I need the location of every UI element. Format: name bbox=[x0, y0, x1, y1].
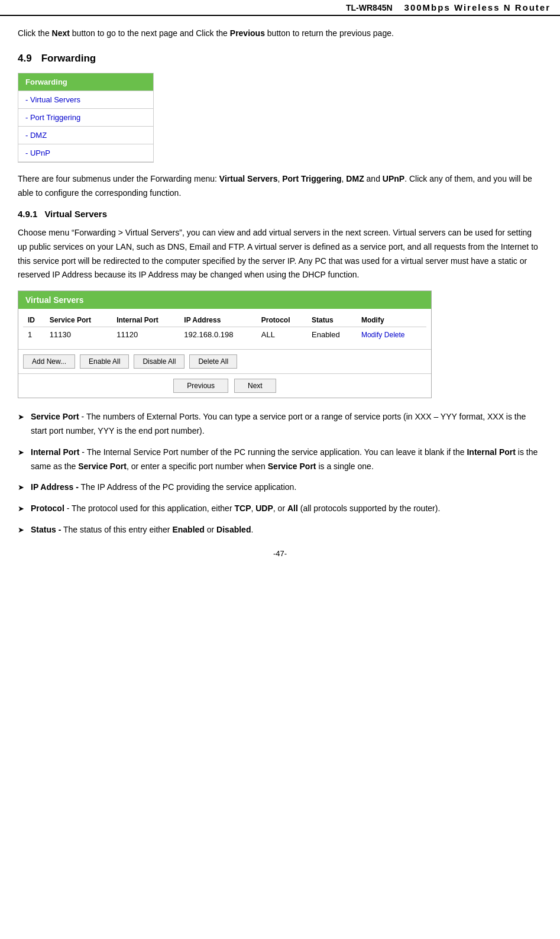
menu-item-dmz: - DMZ bbox=[18, 127, 153, 144]
virtual-servers-box: Virtual Servers ID Service Port Internal… bbox=[18, 291, 432, 398]
bullet-arrow-1: ➤ bbox=[18, 411, 31, 424]
section-49-heading: 4.9Forwarding bbox=[18, 53, 542, 64]
section49-upnp-bold: UPnP bbox=[383, 174, 404, 183]
row-status: Enabled bbox=[307, 327, 357, 343]
virtual-servers-table: ID Service Port Internal Port IP Address… bbox=[23, 314, 426, 342]
delete-link[interactable]: Delete bbox=[384, 331, 405, 339]
intro-text-before: Click the bbox=[18, 28, 52, 38]
page-number: -47- bbox=[18, 549, 542, 558]
menu-item-forwarding: Forwarding bbox=[18, 73, 153, 91]
section-491-para: Choose menu “Forwarding > Virtual Server… bbox=[18, 226, 542, 282]
section-49-title: Forwarding bbox=[41, 53, 96, 64]
udp-bold: UDP bbox=[255, 504, 273, 513]
internal-port-bold-inline: Internal Port bbox=[467, 447, 515, 457]
section49-desc-before: There are four submenus under the Forwar… bbox=[18, 174, 219, 183]
tcp-bold: TCP bbox=[234, 504, 251, 513]
row-modify: Modify Delete bbox=[357, 327, 426, 343]
header-model: TL-WR845N bbox=[346, 3, 393, 12]
intro-paragraph: Click the Next button to go to the next … bbox=[18, 27, 542, 40]
bullet-arrow-5: ➤ bbox=[18, 524, 31, 537]
next-button[interactable]: Next bbox=[234, 379, 276, 393]
forwarding-menu-image: Forwarding - Virtual Servers - Port Trig… bbox=[18, 73, 154, 163]
all-bold: All bbox=[287, 504, 298, 513]
col-protocol: Protocol bbox=[257, 314, 307, 327]
bullet-list: ➤ Service Port - The numbers of External… bbox=[18, 410, 542, 537]
bullet-ip-address: ➤ IP Address - The IP Address of the PC … bbox=[18, 480, 542, 495]
virtual-servers-table-wrap: ID Service Port Internal Port IP Address… bbox=[18, 309, 431, 347]
col-status: Status bbox=[307, 314, 357, 327]
header-title: 300Mbps Wireless N Router bbox=[404, 2, 551, 12]
intro-next-bold: Next bbox=[52, 28, 70, 38]
intro-previous-bold: Previous bbox=[230, 28, 265, 38]
section-49-description: There are four submenus under the Forwar… bbox=[18, 172, 542, 201]
bullet-arrow-2: ➤ bbox=[18, 446, 31, 459]
bullet-arrow-3: ➤ bbox=[18, 481, 31, 494]
section-491-title: Virtual Servers bbox=[44, 209, 107, 219]
bullet-internal-port: ➤ Internal Port - The Internal Service P… bbox=[18, 446, 542, 474]
intro-text-after: button to return the previous page. bbox=[265, 28, 394, 38]
bullet-text-2: Internal Port - The Internal Service Por… bbox=[31, 446, 542, 474]
bullet-arrow-4: ➤ bbox=[18, 502, 31, 515]
protocol-term: Protocol bbox=[31, 504, 64, 513]
add-new-button[interactable]: Add New... bbox=[23, 354, 75, 369]
section-491-number: 4.9.1 bbox=[18, 209, 37, 219]
ip-address-term: IP Address - bbox=[31, 482, 79, 492]
col-ip-address: IP Address bbox=[179, 314, 257, 327]
service-port-term: Service Port bbox=[31, 412, 79, 421]
service-port-bold-inline2: Service Port bbox=[268, 462, 316, 471]
enable-all-button[interactable]: Enable All bbox=[80, 354, 129, 369]
bullet-text-3: IP Address - The IP Address of the PC pr… bbox=[31, 480, 542, 495]
disable-all-button[interactable]: Disable All bbox=[134, 354, 184, 369]
col-internal-port: Internal Port bbox=[112, 314, 179, 327]
previous-button[interactable]: Previous bbox=[173, 379, 228, 393]
bullet-text-5: Status - The status of this entry either… bbox=[31, 523, 542, 537]
intro-text-middle: button to go to the next page and Click … bbox=[70, 28, 230, 38]
bullet-text-1: Service Port - The numbers of External P… bbox=[31, 410, 542, 438]
section49-dmz-bold: DMZ bbox=[346, 174, 364, 183]
bullet-text-4: Protocol - The protocol used for this ap… bbox=[31, 502, 542, 516]
bullet-protocol: ➤ Protocol - The protocol used for this … bbox=[18, 502, 542, 516]
modify-link[interactable]: Modify bbox=[361, 331, 382, 339]
col-id: ID bbox=[23, 314, 45, 327]
row-internal-port: 11120 bbox=[112, 327, 179, 343]
vs-action-buttons: Add New... Enable All Disable All Delete… bbox=[18, 349, 431, 373]
row-ip-address: 192.168.0.198 bbox=[179, 327, 257, 343]
enabled-bold: Enabled bbox=[172, 525, 204, 534]
disabled-bold: Disabled bbox=[216, 525, 251, 534]
internal-port-term: Internal Port bbox=[31, 447, 79, 457]
bullet-status: ➤ Status - The status of this entry eith… bbox=[18, 523, 542, 537]
bullet-service-port: ➤ Service Port - The numbers of External… bbox=[18, 410, 542, 438]
section49-port-triggering-bold: Port Triggering bbox=[282, 174, 341, 183]
service-port-bold-inline: Service Port bbox=[78, 462, 127, 471]
row-id: 1 bbox=[23, 327, 45, 343]
row-protocol: ALL bbox=[257, 327, 307, 343]
section-49-number: 4.9 bbox=[18, 53, 32, 64]
section49-virtual-servers-bold: Virtual Servers bbox=[219, 174, 278, 183]
virtual-servers-header: Virtual Servers bbox=[18, 291, 431, 309]
menu-item-port-triggering: - Port Triggering bbox=[18, 109, 153, 127]
table-row: 1 11130 11120 192.168.0.198 ALL Enabled … bbox=[23, 327, 426, 343]
section-491-heading: 4.9.1Virtual Servers bbox=[18, 209, 542, 219]
menu-item-upnp: - UPnP bbox=[18, 144, 153, 162]
delete-all-button[interactable]: Delete All bbox=[189, 354, 237, 369]
col-service-port: Service Port bbox=[45, 314, 112, 327]
header: TL-WR845N 300Mbps Wireless N Router bbox=[0, 0, 560, 16]
vs-nav-buttons: Previous Next bbox=[18, 373, 431, 398]
status-term: Status - bbox=[31, 525, 61, 534]
menu-item-virtual-servers: - Virtual Servers bbox=[18, 91, 153, 109]
col-modify: Modify bbox=[357, 314, 426, 327]
row-service-port: 11130 bbox=[45, 327, 112, 343]
